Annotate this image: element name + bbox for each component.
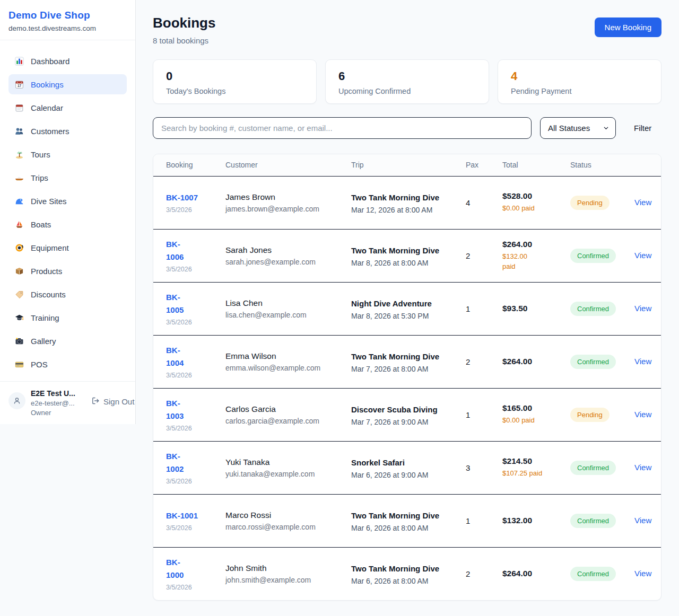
- customer-email: sarah.jones@example.com: [225, 258, 334, 266]
- dive-mask-icon: [15, 243, 24, 252]
- island-icon: [15, 150, 24, 159]
- sidebar-item-label: Training: [31, 313, 59, 322]
- sidebar-item-training[interactable]: Training: [8, 307, 127, 328]
- stat-card-pending-payment: 4 Pending Payment: [498, 59, 661, 104]
- trip-date: Mar 6, 2026 at 8:00 AM: [351, 577, 449, 585]
- customer-email: yuki.tanaka@example.com: [225, 470, 334, 478]
- sign-out-label: Sign Out: [103, 397, 134, 406]
- sidebar-item-dive-sites[interactable]: Dive Sites: [8, 191, 127, 211]
- booking-id-link[interactable]: BK- 1002: [166, 450, 184, 476]
- customer-name: Emma Wilson: [225, 351, 334, 361]
- total-amount: $264.00: [502, 357, 553, 366]
- graduation-cap-icon: [15, 313, 24, 322]
- booking-id-link[interactable]: BK- 1000: [166, 556, 184, 582]
- sidebar-item-tours[interactable]: Tours: [8, 144, 127, 164]
- view-link[interactable]: View: [634, 410, 651, 419]
- pax-count: 1: [453, 494, 490, 547]
- status-badge: Confirmed: [570, 355, 616, 369]
- svg-text:17: 17: [18, 84, 22, 87]
- sidebar-item-boats[interactable]: Boats: [8, 214, 127, 234]
- customer-name: John Smith: [225, 564, 334, 573]
- view-link[interactable]: View: [634, 198, 651, 207]
- booking-id-link[interactable]: BK- 1006: [166, 238, 184, 263]
- new-booking-button[interactable]: New Booking: [595, 17, 661, 37]
- credit-card-icon: [15, 360, 24, 369]
- booking-id-link[interactable]: BK- 1003: [166, 397, 184, 423]
- booking-id-link[interactable]: BK- 1005: [166, 291, 184, 316]
- stat-value: 0: [166, 69, 303, 83]
- customer-name: James Brown: [225, 192, 334, 202]
- page-subtitle: 8 total bookings: [153, 36, 215, 45]
- sidebar-item-dashboard[interactable]: Dashboard: [8, 51, 127, 71]
- people-icon: [15, 127, 24, 136]
- sidebar-item-bookings[interactable]: 17 Bookings: [8, 74, 127, 94]
- view-link[interactable]: View: [634, 516, 651, 525]
- filter-button[interactable]: Filter: [624, 124, 661, 133]
- booking-date: 3/5/2026: [166, 319, 208, 326]
- total-amount: $93.50: [502, 304, 553, 313]
- status-badge: Pending: [570, 408, 610, 422]
- sidebar-item-customers[interactable]: Customers: [8, 121, 127, 141]
- avatar: [8, 392, 25, 409]
- paid-amount: $132.00 paid: [502, 251, 553, 272]
- chevron-down-icon: [603, 124, 609, 133]
- booking-date: 3/5/2026: [166, 425, 208, 432]
- table-row: BK-10073/5/2026 James Brownjames.brown@e…: [153, 176, 661, 229]
- view-link[interactable]: View: [634, 569, 651, 578]
- table-row: BK- 10043/5/2026 Emma Wilsonemma.wilson@…: [153, 335, 661, 388]
- table-row: BK- 10003/5/2026 John Smithjohn.smith@ex…: [153, 547, 661, 600]
- view-link[interactable]: View: [634, 357, 651, 366]
- status-filter-select[interactable]: All Statuses: [540, 117, 616, 139]
- sign-out-button[interactable]: Sign Out: [91, 397, 134, 407]
- view-link[interactable]: View: [634, 304, 651, 313]
- trip-name: Two Tank Morning Dive: [351, 191, 449, 204]
- sidebar-item-gallery[interactable]: Gallery: [8, 331, 127, 351]
- total-amount: $165.00: [502, 403, 553, 413]
- sidebar-item-products[interactable]: Products: [8, 261, 127, 281]
- pax-count: 4: [453, 176, 490, 229]
- trip-date: Mar 8, 2026 at 8:00 AM: [351, 259, 449, 267]
- calendar-icon: [15, 103, 24, 112]
- table-row: BK- 10053/5/2026 Lisa Chenlisa.chen@exam…: [153, 282, 661, 335]
- pax-count: 1: [453, 282, 490, 335]
- customer-name: Sarah Jones: [225, 245, 334, 255]
- column-header-status: Status: [558, 154, 622, 176]
- customer-name: Lisa Chen: [225, 298, 334, 308]
- bookings-calendar-icon: 17: [15, 80, 24, 89]
- sidebar-item-pos[interactable]: POS: [8, 354, 127, 374]
- sidebar-item-discounts[interactable]: Discounts: [8, 284, 127, 304]
- sailboat-icon: [15, 220, 24, 229]
- search-input[interactable]: [153, 117, 532, 139]
- page-header: Bookings 8 total bookings New Booking: [153, 15, 661, 45]
- sidebar-item-equipment[interactable]: Equipment: [8, 237, 127, 258]
- sidebar-item-label: Tours: [31, 150, 50, 159]
- trip-date: Mar 7, 2026 at 8:00 AM: [351, 365, 449, 373]
- stat-value: 6: [338, 69, 476, 83]
- sidebar-item-trips[interactable]: Trips: [8, 168, 127, 188]
- page-title: Bookings: [153, 15, 215, 31]
- customer-email: emma.wilson@example.com: [225, 364, 334, 372]
- total-amount: $528.00: [502, 191, 553, 201]
- customer-email: james.brown@example.com: [225, 205, 334, 213]
- table-row: BK- 10033/5/2026 Carlos Garciacarlos.gar…: [153, 388, 661, 441]
- sidebar-item-calendar[interactable]: Calendar: [8, 98, 127, 118]
- sidebar-user-footer: E2E Test U... e2e-tester@... Owner Sign …: [0, 381, 135, 424]
- booking-id-link[interactable]: BK- 1004: [166, 344, 184, 369]
- trip-name: Night Dive Adventure: [351, 297, 449, 310]
- booking-id-link[interactable]: BK-1007: [166, 191, 198, 204]
- stat-card-todays-bookings: 0 Today's Bookings: [153, 59, 317, 104]
- view-link[interactable]: View: [634, 251, 651, 260]
- view-link[interactable]: View: [634, 463, 651, 472]
- customer-name: Marco Rossi: [225, 511, 334, 520]
- bar-chart-icon: [15, 57, 24, 66]
- trip-date: Mar 6, 2026 at 8:00 AM: [351, 524, 449, 532]
- main-content: Bookings 8 total bookings New Booking 0 …: [136, 0, 679, 601]
- user-email: e2e-tester@...: [31, 399, 86, 407]
- booking-id-link[interactable]: BK-1001: [166, 509, 198, 522]
- status-badge: Pending: [570, 196, 610, 210]
- sidebar-header: Demo Dive Shop demo.test.divestreams.com: [0, 0, 135, 40]
- stat-label: Today's Bookings: [166, 87, 303, 95]
- speedboat-icon: [15, 173, 24, 182]
- pax-count: 1: [453, 388, 490, 441]
- tag-icon: [15, 290, 24, 299]
